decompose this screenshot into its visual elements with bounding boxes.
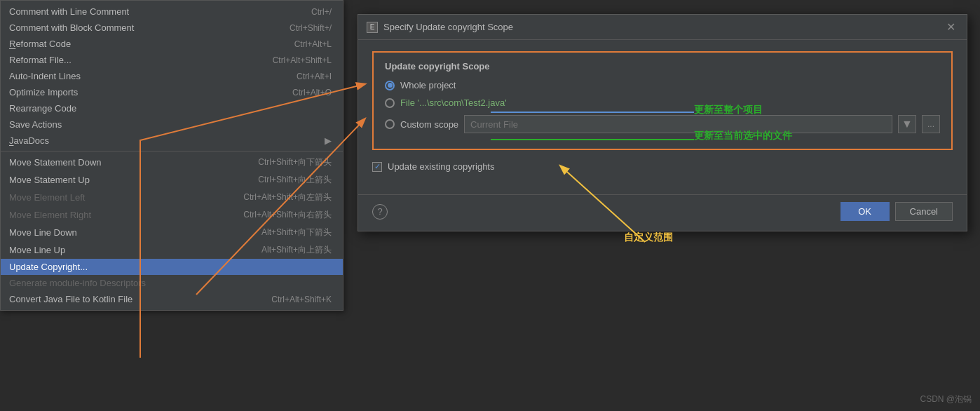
menu-item-label: Rearrange Code <box>9 103 76 114</box>
menu-item-optimize-imports[interactable]: Optimize Imports Ctrl+Alt+O <box>1 84 343 100</box>
menu-item-label: Move Line Up <box>9 245 65 255</box>
dialog-icon: E <box>367 22 378 33</box>
annotation-line-whole-project <box>491 112 694 113</box>
scope-box-title: Update copyright Scope <box>385 61 940 72</box>
menu-item-label: Comment with Line Comment <box>9 6 129 17</box>
annotation-custom-scope: 自定义范围 <box>624 231 673 244</box>
menu-item-convert-kotlin[interactable]: Convert Java File to Kotlin File Ctrl+Al… <box>1 291 343 307</box>
shortcut: Ctrl+Alt+L <box>294 39 332 49</box>
menu-item-rearrange-code[interactable]: Rearrange Code <box>1 100 343 116</box>
shortcut: Alt+Shift+向上箭头 <box>261 244 332 256</box>
radio-label-current-file: File '...\src\com\Test2.java' <box>400 97 507 108</box>
checkbox-row-update-existing: Update existing copyrights <box>372 161 953 172</box>
radio-label-whole-project: Whole project <box>400 80 456 90</box>
close-button[interactable]: ✕ <box>944 20 958 34</box>
menu-item-label: Move Element Left <box>9 192 85 203</box>
menu-item-comment-line[interactable]: Comment with Line Comment Ctrl+/ <box>1 4 343 20</box>
menu-item-label: Save Actions <box>9 119 62 130</box>
shortcut: Ctrl+Alt+I <box>297 72 332 81</box>
shortcut: Ctrl+Alt+Shift+向左箭头 <box>243 191 332 203</box>
annotation-whole-project: 更新至整个项目 <box>694 104 763 116</box>
shortcut: Ctrl+Alt+O <box>292 88 332 97</box>
scope-box: Update copyright Scope Whole project Fil… <box>372 51 953 150</box>
custom-scope-dropdown-button[interactable]: ▼ <box>898 115 916 133</box>
menu-item-move-elem-left: Move Element Left Ctrl+Alt+Shift+向左箭头 <box>1 189 343 206</box>
menu-item-comment-block[interactable]: Comment with Block Comment Ctrl+Shift+/ <box>1 20 343 36</box>
update-existing-checkbox[interactable] <box>372 162 382 172</box>
radio-label-custom-scope: Custom scope <box>400 119 458 130</box>
menu-item-label: JavaDocs <box>9 135 49 146</box>
radio-row-custom-scope: Custom scope ▼ ... <box>385 115 940 133</box>
radio-whole-project[interactable] <box>385 81 395 90</box>
menu-item-label: Move Statement Down <box>9 157 102 168</box>
annotation-current-file: 更新至当前选中的文件 <box>694 130 792 142</box>
menu-item-label: Generate module-info Descriptors <box>9 278 146 288</box>
menu-item-auto-indent[interactable]: Auto-Indent Lines Ctrl+Alt+I <box>1 68 343 84</box>
shortcut: Ctrl+Alt+Shift+L <box>273 55 332 65</box>
update-copyright-dialog: E Specify Update copyright Scope ✕ Updat… <box>358 14 967 231</box>
menu-item-label: Optimize Imports <box>9 87 78 97</box>
annotation-line-current-file <box>491 139 694 140</box>
menu-item-move-line-up[interactable]: Move Line Up Alt+Shift+向上箭头 <box>1 241 343 259</box>
watermark: CSDN @泡锅 <box>920 393 972 405</box>
menu-item-label: Move Statement Up <box>9 175 90 185</box>
footer-buttons: OK Cancel <box>841 202 953 221</box>
menu-item-save-actions[interactable]: Save Actions <box>1 116 343 133</box>
menu-item-label: Move Element Right <box>9 210 91 220</box>
context-menu: Comment with Line Comment Ctrl+/ Comment… <box>0 0 343 311</box>
dialog-footer: ? OK Cancel <box>358 194 967 231</box>
menu-item-reformat-code[interactable]: Reformat Code Ctrl+Alt+L <box>1 36 343 52</box>
menu-item-update-copyright[interactable]: Update Copyright... <box>1 259 343 275</box>
menu-item-label: Update Copyright... <box>9 262 88 272</box>
help-button[interactable]: ? <box>372 204 388 220</box>
custom-scope-input[interactable] <box>464 115 892 133</box>
menu-item-generate-module: Generate module-info Descriptors <box>1 275 343 291</box>
radio-row-whole-project: Whole project <box>385 80 940 90</box>
custom-scope-more-button[interactable]: ... <box>922 115 940 133</box>
shortcut: Alt+Shift+向下箭头 <box>261 227 332 238</box>
menu-item-label: Reformat File... <box>9 55 72 65</box>
menu-item-move-stmt-down[interactable]: Move Statement Down Ctrl+Shift+向下箭头 <box>1 154 343 171</box>
menu-item-label: Reformat Code <box>9 39 71 49</box>
radio-row-current-file: File '...\src\com\Test2.java' <box>385 97 940 108</box>
menu-item-label: Convert Java File to Kotlin File <box>9 294 132 304</box>
shortcut: Ctrl+Shift+/ <box>290 23 332 33</box>
menu-separator-1 <box>1 151 343 151</box>
radio-current-file[interactable] <box>385 98 395 108</box>
radio-custom-scope[interactable] <box>385 119 395 129</box>
dialog-title-left: E Specify Update copyright Scope <box>367 22 513 33</box>
menu-item-label: Move Line Down <box>9 227 77 238</box>
shortcut: Ctrl+Alt+Shift+K <box>271 295 332 304</box>
shortcut: Ctrl+Alt+Shift+向右箭头 <box>243 209 332 221</box>
shortcut: Ctrl+/ <box>311 7 332 17</box>
dialog-body: Update copyright Scope Whole project Fil… <box>358 40 967 194</box>
shortcut: Ctrl+Shift+向上箭头 <box>258 174 332 186</box>
cancel-button[interactable]: Cancel <box>895 202 953 221</box>
dialog-titlebar: E Specify Update copyright Scope ✕ <box>358 15 967 40</box>
menu-item-move-stmt-up[interactable]: Move Statement Up Ctrl+Shift+向上箭头 <box>1 171 343 189</box>
menu-item-move-line-down[interactable]: Move Line Down Alt+Shift+向下箭头 <box>1 224 343 241</box>
shortcut: Ctrl+Shift+向下箭头 <box>258 156 332 168</box>
submenu-arrow-icon: ▶ <box>325 135 332 146</box>
menu-item-move-elem-right: Move Element Right Ctrl+Alt+Shift+向右箭头 <box>1 206 343 224</box>
menu-item-reformat-file[interactable]: Reformat File... Ctrl+Alt+Shift+L <box>1 52 343 68</box>
dialog-title: Specify Update copyright Scope <box>383 22 513 32</box>
menu-item-javadocs[interactable]: JavaDocs ▶ <box>1 133 343 149</box>
checkbox-label-update-existing: Update existing copyrights <box>388 161 494 172</box>
menu-item-label: Comment with Block Comment <box>9 22 134 33</box>
menu-item-label: Auto-Indent Lines <box>9 71 81 81</box>
ok-button[interactable]: OK <box>841 202 890 221</box>
